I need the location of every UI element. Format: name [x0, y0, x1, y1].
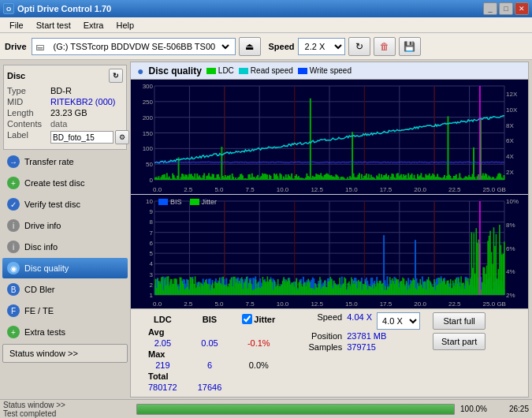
menu-extra[interactable]: Extra — [77, 19, 110, 32]
menu-bar: File Start test Extra Help — [0, 17, 532, 33]
menu-start-test[interactable]: Start test — [30, 19, 77, 32]
menu-help[interactable]: Help — [110, 19, 140, 32]
avg-label: Avg — [139, 327, 187, 337]
disc-label-input[interactable] — [50, 131, 113, 144]
disc-panel-title: Disc — [7, 71, 25, 80]
sidebar-item-disc-info[interactable]: i Disc info — [2, 237, 128, 257]
chart-area: ● Disc quality LDC Read speed Write spee… — [130, 62, 529, 397]
col-header-ldc: LDC — [139, 314, 187, 326]
start-part-button[interactable]: Start part — [433, 333, 485, 350]
disc-type-val: BD-R — [50, 86, 72, 95]
sidebar-label-drive-info: Drive info — [24, 221, 61, 230]
sidebar-item-cd-bler[interactable]: B CD Bler — [2, 279, 128, 300]
speed-select[interactable]: 2.2 X — [298, 38, 345, 55]
chart-header-icon: ● — [137, 65, 143, 77]
position-value: 23781 MB — [347, 331, 386, 341]
sidebar-label-verify-test-disc: Verify test disc — [24, 200, 80, 209]
legend-bis-label: BIS — [170, 198, 182, 206]
status-bar: Status window >> Test completed 100.0% 2… — [0, 399, 532, 418]
sidebar-label-fe-te: FE / TE — [24, 306, 54, 315]
max-label: Max — [139, 349, 187, 359]
disc-length-val: 23.23 GB — [50, 108, 87, 118]
disc-refresh-button[interactable]: ↻ — [109, 69, 123, 83]
sidebar-item-fe-te[interactable]: F FE / TE — [2, 300, 128, 321]
clear-button[interactable]: 🗑 — [374, 37, 396, 56]
chart-header: ● Disc quality LDC Read speed Write spee… — [131, 62, 528, 80]
jitter-label: Jitter — [254, 315, 275, 324]
sidebar: Disc ↻ Type BD-R MID RITEKBR2 (000) Leng… — [0, 60, 130, 399]
samples-label: Samples — [299, 342, 342, 352]
window-controls: _ □ ✕ — [483, 2, 529, 15]
create-test-disc-icon: + — [7, 177, 20, 189]
disc-label-btn[interactable]: ⚙ — [115, 130, 129, 144]
chart-title: Disc quality — [148, 65, 201, 77]
toolbar: Drive 🖴 (G:) TSSTcorp BDDVDW SE-506BB TS… — [0, 33, 532, 60]
extra-tests-icon: + — [7, 326, 20, 338]
maximize-button[interactable]: □ — [499, 2, 513, 15]
sidebar-label-disc-info: Disc info — [24, 242, 58, 252]
top-chart-x-labels: 0.02.55.07.510.012.515.017.520.022.525.0… — [153, 186, 506, 193]
disc-quality-icon: ◉ — [7, 262, 20, 274]
sidebar-item-extra-tests[interactable]: + Extra tests — [2, 322, 128, 342]
legend-read-label: Read speed — [251, 66, 293, 75]
cd-bler-icon: B — [7, 283, 20, 296]
status-left: Status window >> Test completed — [3, 401, 133, 418]
legend-write-label: Write speed — [310, 66, 352, 75]
speed-select-stats[interactable]: 4.0 X — [377, 312, 420, 330]
disc-mid-val: RITEKBR2 (000) — [50, 97, 116, 106]
minimize-button[interactable]: _ — [483, 2, 497, 15]
sidebar-item-drive-info[interactable]: i Drive info — [2, 215, 128, 236]
speed-label: Speed — [299, 312, 342, 330]
sidebar-item-disc-quality[interactable]: ◉ Disc quality — [2, 258, 128, 278]
legend-bis-color — [158, 199, 168, 205]
legend-ldc: LDC — [206, 66, 234, 75]
legend-jitter-label: Jitter — [202, 198, 218, 206]
progress-bar-container — [136, 404, 455, 415]
sidebar-label-cd-bler: CD Bler — [24, 285, 55, 294]
total-label: Total — [139, 371, 187, 381]
sidebar-item-transfer-rate[interactable]: → Transfer rate — [2, 151, 128, 172]
legend-jitter: Jitter — [190, 198, 218, 206]
sidebar-item-create-test-disc[interactable]: + Create test disc — [2, 173, 128, 193]
sidebar-label-extra-tests: Extra tests — [24, 327, 65, 337]
close-button[interactable]: ✕ — [515, 2, 529, 15]
progress-text: 100.0% — [458, 405, 489, 413]
fe-te-icon: F — [7, 304, 20, 317]
legend-bis: BIS — [158, 198, 182, 206]
status-window-label: Status window >> — [9, 349, 78, 358]
disc-contents-val: data — [50, 119, 67, 129]
legend-ldc-color — [206, 68, 216, 74]
transfer-rate-icon: → — [7, 155, 20, 168]
start-full-button[interactable]: Start full — [433, 312, 485, 330]
drive-label: Drive — [5, 42, 27, 51]
stats-table: LDC BIS Jitter Avg 2.05 — [137, 312, 286, 394]
top-chart-canvas — [131, 80, 528, 194]
max-ldc: 219 — [139, 360, 187, 370]
bottom-chart-canvas — [131, 195, 528, 309]
save-button[interactable]: 💾 — [399, 37, 421, 56]
eject-button[interactable]: ⏏ — [239, 37, 261, 56]
legend-read-color — [239, 68, 248, 74]
max-bis: 6 — [188, 360, 232, 370]
legend-write-color — [298, 68, 307, 74]
speed-value: 4.04 X — [347, 312, 372, 330]
legend-read-speed: Read speed — [239, 66, 293, 75]
sidebar-item-verify-test-disc[interactable]: ✓ Verify test disc — [2, 194, 128, 215]
avg-jitter: -0.1% — [233, 338, 285, 348]
disc-panel: Disc ↻ Type BD-R MID RITEKBR2 (000) Leng… — [3, 65, 127, 150]
drive-info-icon: i — [7, 219, 20, 232]
menu-file[interactable]: File — [3, 19, 30, 32]
jitter-checkbox[interactable] — [242, 314, 252, 324]
legend-ldc-label: LDC — [218, 66, 234, 75]
samples-value: 379715 — [347, 342, 376, 352]
sidebar-label-disc-quality: Disc quality — [24, 263, 69, 273]
avg-bis: 0.05 — [188, 338, 232, 348]
total-ldc: 780172 — [139, 383, 187, 392]
disc-type-key: Type — [7, 86, 50, 95]
disc-length-key: Length — [7, 108, 50, 118]
elapsed-time: 26:25 — [489, 405, 529, 413]
refresh-button[interactable]: ↻ — [348, 37, 370, 56]
drive-select[interactable]: (G:) TSSTcorp BDDVDW SE-506BB TS00 — [47, 38, 232, 55]
speed-info: Speed 4.04 X 4.0 X Position 23781 MB Sam… — [299, 312, 420, 352]
status-window-button[interactable]: Status window >> — [2, 344, 128, 363]
